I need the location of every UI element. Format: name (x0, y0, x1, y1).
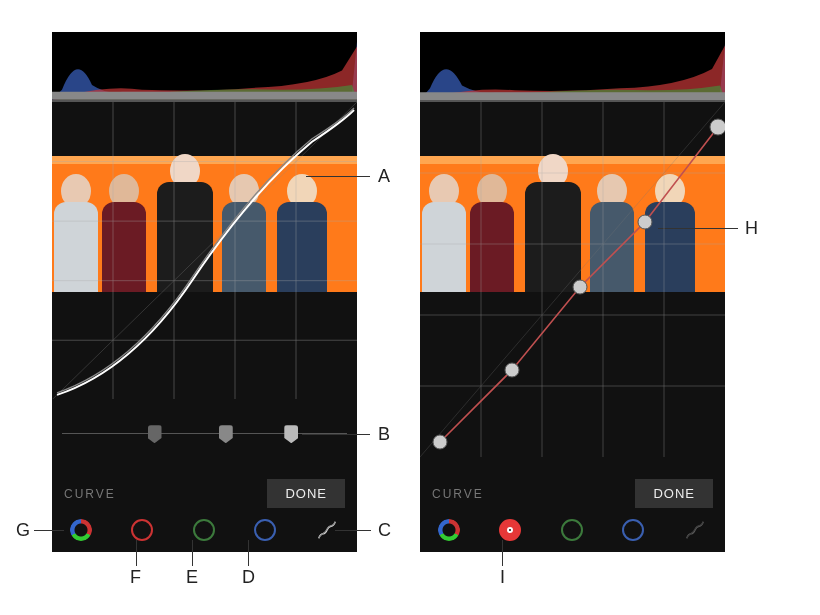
callout-I: I (500, 567, 505, 588)
channel-green[interactable] (193, 519, 215, 541)
callout-A: A (378, 166, 390, 187)
curve-panel-right: CURVE DONE (420, 32, 725, 552)
slider-knob-shadows[interactable] (148, 425, 162, 443)
tool-label: CURVE (432, 487, 484, 501)
curve-edit-area[interactable] (420, 102, 725, 457)
callout-F: F (130, 567, 141, 588)
bottom-bar: CURVE DONE (420, 469, 725, 552)
callout-C: C (378, 520, 391, 541)
tool-label: CURVE (64, 487, 116, 501)
svg-point-21 (638, 215, 652, 229)
callout-E: E (186, 567, 198, 588)
channel-rgb[interactable] (70, 519, 92, 541)
svg-point-18 (433, 435, 447, 449)
svg-point-19 (505, 363, 519, 377)
slider-knob-highlights[interactable] (284, 425, 298, 443)
curve-edit-area[interactable] (52, 102, 357, 400)
callout-H: H (745, 218, 758, 239)
parametric-icon[interactable] (683, 518, 707, 542)
histogram (420, 32, 725, 102)
channel-blue[interactable] (622, 519, 644, 541)
channel-green[interactable] (561, 519, 583, 541)
svg-line-8 (52, 102, 357, 400)
parametric-slider[interactable] (62, 419, 347, 459)
bottom-bar: CURVE DONE (52, 469, 357, 552)
curve-panel-left: CURVE DONE (52, 32, 357, 552)
callout-B: B (378, 424, 390, 445)
curve-grid (420, 102, 725, 457)
channel-rgb[interactable] (438, 519, 460, 541)
done-button[interactable]: DONE (267, 479, 345, 508)
curve-grid (52, 102, 357, 400)
callout-G: G (16, 520, 30, 541)
callout-D: D (242, 567, 255, 588)
channel-red[interactable] (131, 519, 153, 541)
done-button[interactable]: DONE (635, 479, 713, 508)
svg-point-22 (710, 119, 725, 135)
channel-blue[interactable] (254, 519, 276, 541)
channel-red[interactable] (499, 519, 521, 541)
svg-line-17 (420, 102, 725, 457)
histogram (52, 32, 357, 102)
diagram-stage: CURVE DONE (0, 0, 820, 615)
slider-knob-mids[interactable] (219, 425, 233, 443)
svg-point-20 (573, 280, 587, 294)
